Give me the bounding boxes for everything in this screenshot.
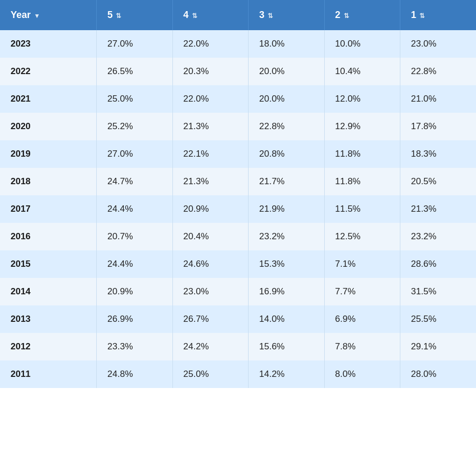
header-3[interactable]: 3 ⇅ <box>249 0 324 30</box>
header-row: Year ▼5 ⇅4 ⇅3 ⇅2 ⇅1 ⇅ <box>0 0 476 30</box>
cell-4-1: 20.3% <box>172 58 248 85</box>
cell-3-9: 16.9% <box>249 278 324 305</box>
cell-5-7: 20.7% <box>97 223 172 250</box>
cell-4-8: 24.6% <box>172 250 248 278</box>
header-label-1: 1 <box>411 10 416 20</box>
header-label-5: 5 <box>107 10 113 20</box>
cell-1-11: 29.1% <box>400 333 476 360</box>
data-table: Year ▼5 ⇅4 ⇅3 ⇅2 ⇅1 ⇅ 202327.0%22.0%18.0… <box>0 0 476 388</box>
table-row: 201420.9%23.0%16.9%7.7%31.5% <box>0 278 476 305</box>
cell-2-2: 12.0% <box>324 85 400 113</box>
header-label-2: 2 <box>335 10 341 20</box>
cell-3-5: 21.7% <box>249 168 324 195</box>
table-row: 201724.4%20.9%21.9%11.5%21.3% <box>0 195 476 223</box>
cell-4-10: 26.7% <box>172 305 248 333</box>
cell-year-1: 2022 <box>0 58 97 85</box>
table-row: 201524.4%24.6%15.3%7.1%28.6% <box>0 250 476 278</box>
cell-4-4: 22.1% <box>172 140 248 168</box>
cell-year-12: 2011 <box>0 360 97 388</box>
cell-4-2: 22.0% <box>172 85 248 113</box>
cell-3-2: 20.0% <box>249 85 324 113</box>
cell-year-4: 2019 <box>0 140 97 168</box>
cell-2-6: 11.5% <box>324 195 400 223</box>
cell-3-12: 14.2% <box>249 360 324 388</box>
sort-icon-year: ▼ <box>34 12 40 20</box>
cell-3-1: 20.0% <box>249 58 324 85</box>
cell-4-7: 20.4% <box>172 223 248 250</box>
table-header: Year ▼5 ⇅4 ⇅3 ⇅2 ⇅1 ⇅ <box>0 0 476 30</box>
cell-1-9: 31.5% <box>400 278 476 305</box>
cell-year-8: 2015 <box>0 250 97 278</box>
cell-3-11: 15.6% <box>249 333 324 360</box>
cell-2-3: 12.9% <box>324 113 400 140</box>
cell-5-0: 27.0% <box>97 30 172 58</box>
cell-5-3: 25.2% <box>97 113 172 140</box>
cell-4-0: 22.0% <box>172 30 248 58</box>
cell-year-2: 2021 <box>0 85 97 113</box>
table-row: 201124.8%25.0%14.2%8.0%28.0% <box>0 360 476 388</box>
header-1[interactable]: 1 ⇅ <box>400 0 476 30</box>
cell-1-8: 28.6% <box>400 250 476 278</box>
cell-5-1: 26.5% <box>97 58 172 85</box>
cell-1-5: 20.5% <box>400 168 476 195</box>
header-5[interactable]: 5 ⇅ <box>97 0 172 30</box>
sort-icon-5: ⇅ <box>116 12 121 20</box>
header-label-year: Year <box>11 10 31 20</box>
cell-4-5: 21.3% <box>172 168 248 195</box>
cell-4-6: 20.9% <box>172 195 248 223</box>
cell-1-1: 22.8% <box>400 58 476 85</box>
cell-5-8: 24.4% <box>97 250 172 278</box>
cell-1-10: 25.5% <box>400 305 476 333</box>
cell-1-12: 28.0% <box>400 360 476 388</box>
cell-3-4: 20.8% <box>249 140 324 168</box>
cell-3-3: 22.8% <box>249 113 324 140</box>
header-2[interactable]: 2 ⇅ <box>324 0 400 30</box>
cell-4-3: 21.3% <box>172 113 248 140</box>
cell-year-5: 2018 <box>0 168 97 195</box>
table-row: 201620.7%20.4%23.2%12.5%23.2% <box>0 223 476 250</box>
cell-2-12: 8.0% <box>324 360 400 388</box>
cell-4-12: 25.0% <box>172 360 248 388</box>
cell-year-3: 2020 <box>0 113 97 140</box>
table-row: 202327.0%22.0%18.0%10.0%23.0% <box>0 30 476 58</box>
cell-year-0: 2023 <box>0 30 97 58</box>
cell-2-1: 10.4% <box>324 58 400 85</box>
cell-2-8: 7.1% <box>324 250 400 278</box>
table-body: 202327.0%22.0%18.0%10.0%23.0%202226.5%20… <box>0 30 476 388</box>
cell-1-4: 18.3% <box>400 140 476 168</box>
cell-year-11: 2012 <box>0 333 97 360</box>
table-row: 202226.5%20.3%20.0%10.4%22.8% <box>0 58 476 85</box>
cell-2-7: 12.5% <box>324 223 400 250</box>
cell-year-9: 2014 <box>0 278 97 305</box>
cell-2-0: 10.0% <box>324 30 400 58</box>
cell-4-11: 24.2% <box>172 333 248 360</box>
table-row: 202025.2%21.3%22.8%12.9%17.8% <box>0 113 476 140</box>
table-row: 201927.0%22.1%20.8%11.8%18.3% <box>0 140 476 168</box>
table-row: 201326.9%26.7%14.0%6.9%25.5% <box>0 305 476 333</box>
cell-2-5: 11.8% <box>324 168 400 195</box>
table-row: 202125.0%22.0%20.0%12.0%21.0% <box>0 85 476 113</box>
cell-1-7: 23.2% <box>400 223 476 250</box>
cell-3-6: 21.9% <box>249 195 324 223</box>
cell-4-9: 23.0% <box>172 278 248 305</box>
header-4[interactable]: 4 ⇅ <box>172 0 248 30</box>
cell-5-2: 25.0% <box>97 85 172 113</box>
cell-3-8: 15.3% <box>249 250 324 278</box>
sort-icon-2: ⇅ <box>344 12 349 20</box>
header-label-4: 4 <box>184 10 189 20</box>
cell-5-6: 24.4% <box>97 195 172 223</box>
table-row: 201223.3%24.2%15.6%7.8%29.1% <box>0 333 476 360</box>
sort-icon-1: ⇅ <box>419 12 425 20</box>
cell-5-12: 24.8% <box>97 360 172 388</box>
cell-5-10: 26.9% <box>97 305 172 333</box>
table-row: 201824.7%21.3%21.7%11.8%20.5% <box>0 168 476 195</box>
cell-5-4: 27.0% <box>97 140 172 168</box>
header-year[interactable]: Year ▼ <box>0 0 97 30</box>
cell-5-5: 24.7% <box>97 168 172 195</box>
cell-3-10: 14.0% <box>249 305 324 333</box>
cell-2-10: 6.9% <box>324 305 400 333</box>
cell-2-11: 7.8% <box>324 333 400 360</box>
cell-year-6: 2017 <box>0 195 97 223</box>
cell-2-4: 11.8% <box>324 140 400 168</box>
cell-1-6: 21.3% <box>400 195 476 223</box>
